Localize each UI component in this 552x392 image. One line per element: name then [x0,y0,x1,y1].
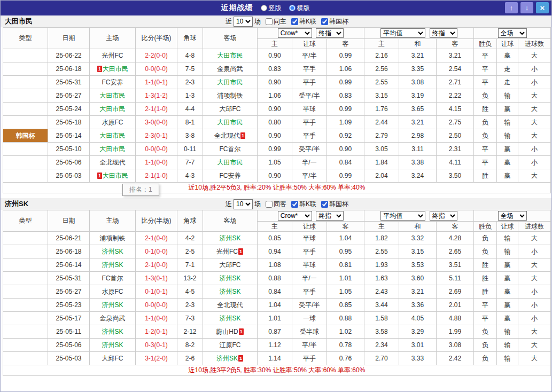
away-odds-cell: 0.99 [327,49,364,62]
handicap-cell: 受平/半 [292,143,327,156]
avg-draw-cell: 3.21 [399,285,437,299]
home-odds-cell: 0.90 [258,103,292,116]
home-odds-cell: 1.04 [258,299,292,312]
bookmaker-select[interactable]: Crow* [278,28,312,38]
home-team-cell: 浦项制铁 [90,232,136,245]
avg-away-cell: 2.22 [437,89,474,103]
scroll-up-button[interactable]: ↑ [505,2,518,13]
match-row: 韩K联25-05-17金泉尚武1-1(0-0)7-3济州SK1.01一球0.88… [3,312,551,325]
same-venue-checkbox[interactable] [266,18,273,25]
match-row: 韩K联25-05-031大田市民2-1(1-0)4-3FC安养0.90平/半0.… [3,169,551,183]
kleague-checkbox[interactable] [291,201,298,208]
date-cell: 25-05-18 [48,116,90,129]
match-count-select[interactable]: 10 [234,17,253,27]
average-select[interactable]: 平均值 [380,28,425,38]
view-option-horizontal[interactable]: 横版 [289,4,310,13]
corners-cell: 1-3 [177,89,203,103]
view-option-vertical[interactable]: 竖版 [261,4,282,13]
same-venue-checkbox[interactable] [266,201,273,208]
away-odds-cell: 0.85 [327,299,364,312]
kleague-checkbox[interactable] [291,18,298,25]
match-row: 韩K联25-05-10大田市民0-0(0-0)0-11FC首尔0.99受平/半0… [3,143,551,156]
handicap-cell: 受半球 [292,325,327,339]
near-label: 近 [226,17,232,26]
avg-home-cell: 3.15 [364,89,399,103]
rank-badge[interactable]: 1 [238,248,243,255]
home-odds-cell: 0.88 [258,272,292,285]
away-team-name: 江原FC [220,341,241,349]
sub-header-result: 胜负 [474,39,497,49]
team-name: 济州SK [5,199,28,209]
kleague-filter[interactable]: 韩K联 [291,17,316,26]
goals-cell: 大 [518,339,551,352]
handicap-result-cell: 赢 [497,103,518,116]
corners-cell: 4-4 [177,103,203,116]
final-odds-select[interactable]: 终指 [316,211,344,221]
col-header-type: 类型 [3,28,48,49]
away-odds-cell: 0.90 [327,143,364,156]
handicap-result-cell: 走 [497,76,518,89]
score-cell: 2-1(0-0) [136,258,177,272]
same-venue-filter[interactable]: 同主 [266,17,286,26]
same-venue-filter[interactable]: 同客 [266,200,286,209]
away-team-cell: 济州SK [203,312,258,325]
avg-away-cell: 2.50 [437,129,474,143]
league-type-cell: 韩K联 [3,232,48,245]
away-team-name: 全北现代 [217,301,243,309]
sub-header-avg-draw: 和 [399,39,437,49]
cup-filter[interactable]: 韩国杯 [321,200,348,209]
home-team-name: 大田市民 [103,172,128,179]
sub-header-result: 胜负 [474,222,497,232]
goals-cell: 大 [518,89,551,103]
date-cell: 25-05-23 [48,299,90,312]
same-venue-label: 同主 [274,17,286,26]
match-row: 韩K联25-05-11济州SK1-2(0-1)2-12蔚山HD10.87受半球1… [3,325,551,339]
home-team-name: 济州SK [102,301,123,309]
handicap-cell: 平手 [292,76,327,89]
bookmaker-select[interactable]: Crow* [278,211,312,221]
rank-badge[interactable]: 1 [97,66,102,72]
horizontal-view-radio[interactable] [289,5,296,11]
result-cell: 胜 [474,169,497,183]
cup-checkbox[interactable] [321,18,328,25]
rank-badge[interactable]: 1 [97,173,102,179]
cup-checkbox[interactable] [321,201,328,208]
goals-cell: 小 [518,143,551,156]
handicap-result-cell: 赢 [497,156,518,169]
rank-badge[interactable]: 1 [238,355,243,362]
home-odds-cell: 0.90 [258,76,292,89]
avg-away-cell: 4.11 [437,156,474,169]
close-button[interactable]: × [536,2,549,13]
final-odds-select-2[interactable]: 终指 [430,211,457,221]
average-select[interactable]: 平均值 [380,211,425,221]
final-odds-select[interactable]: 终指 [316,28,344,38]
home-odds-cell: 0.83 [258,62,292,76]
handicap-result-cell: 输 [497,245,518,258]
away-team-cell: 济州SK [203,285,258,299]
home-odds-cell: 0.80 [258,116,292,129]
full-match-select[interactable]: 全场 [498,211,527,221]
away-team-cell: 全北现代1 [203,129,258,143]
kleague-filter[interactable]: 韩K联 [291,200,316,209]
away-team-name: 大田市民 [217,79,243,86]
avg-draw-cell: 3.29 [399,325,437,339]
average-controls: 平均值 终指 [364,28,474,39]
rank-badge[interactable]: 1 [240,132,245,139]
match-count-select[interactable]: 10 [234,199,253,209]
avg-draw-cell: 3.21 [399,116,437,129]
match-row: 韩K联25-06-18济州SK0-1(0-0)2-5光州FC10.94平手0.9… [3,245,551,258]
avg-away-cell: 2.31 [437,143,474,156]
final-odds-select-2[interactable]: 终指 [430,28,457,38]
full-match-select[interactable]: 全场 [498,28,527,38]
sub-header-goals: 进球数 [518,222,551,232]
avg-home-cell: 1.84 [364,156,399,169]
away-team-name: 全北现代 [214,132,240,139]
recent-results-window: 近期战绩 竖版 横版 ↑ ↓ × 大田市民 近 10 场 同主 韩K联 [0,0,552,392]
cup-filter[interactable]: 韩国杯 [321,17,348,26]
league-type-cell: 韩K联 [3,49,48,62]
rank-badge[interactable]: 1 [239,328,244,335]
goals-cell: 小 [518,156,551,169]
scroll-down-button[interactable]: ↓ [520,2,533,13]
vertical-view-radio[interactable] [261,5,267,11]
avg-home-cell: 1.63 [364,272,399,285]
